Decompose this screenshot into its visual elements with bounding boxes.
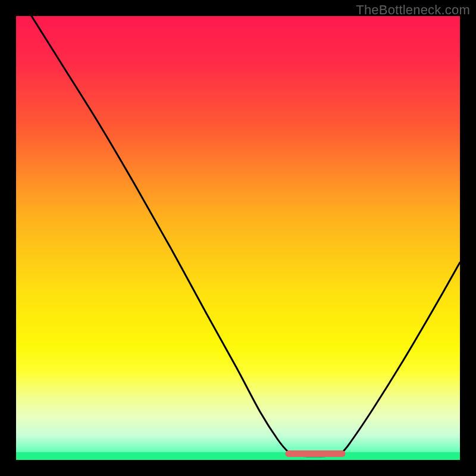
watermark-text: TheBottleneck.com	[356, 2, 470, 18]
bottleneck-curve	[32, 16, 460, 456]
chart-curve-layer	[16, 16, 460, 460]
chart-frame	[16, 16, 460, 460]
